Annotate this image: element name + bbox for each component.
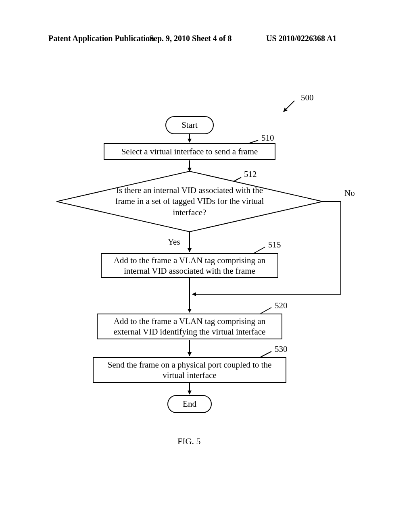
node-520-text: Add to the frame a VLAN tag comprising a… <box>101 316 278 337</box>
svg-line-0 <box>284 101 294 112</box>
figure-label: FIG. 5 <box>177 436 200 447</box>
node-520: Add to the frame a VLAN tag comprising a… <box>97 314 282 339</box>
header-publication: Patent Application Publication <box>48 34 154 43</box>
ref-500: 500 <box>301 93 314 103</box>
ref-520: 520 <box>275 301 288 311</box>
node-start: Start <box>165 116 214 134</box>
ref-510: 510 <box>261 133 274 143</box>
ref-515: 515 <box>268 240 281 250</box>
header-publication-number: US 2010/0226368 A1 <box>266 34 336 43</box>
node-530: Send the frame on a physical port couple… <box>93 357 286 383</box>
node-end: End <box>167 395 212 413</box>
node-510: Select a virtual interface to send a fra… <box>104 143 275 160</box>
svg-line-11 <box>261 308 271 314</box>
label-no: No <box>344 188 355 198</box>
node-end-text: End <box>183 399 196 409</box>
node-515: Add to the frame a VLAN tag comprising a… <box>101 253 278 278</box>
node-515-text: Add to the frame a VLAN tag comprising a… <box>105 255 274 276</box>
node-510-text: Select a virtual interface to send a fra… <box>121 146 258 157</box>
ref-530: 530 <box>275 344 288 354</box>
svg-line-13 <box>261 351 271 357</box>
header-date-sheet: Sep. 9, 2010 Sheet 4 of 8 <box>149 34 232 43</box>
flowchart-canvas: 500 510 512 515 520 530 Yes No Start Sel… <box>40 93 373 447</box>
node-512-text: Is there an internal VID associated with… <box>113 185 266 218</box>
node-530-text: Send the frame on a physical port couple… <box>97 360 282 381</box>
node-512: Is there an internal VID associated with… <box>56 171 323 232</box>
svg-line-6 <box>254 247 265 253</box>
label-yes: Yes <box>168 237 180 247</box>
node-start-text: Start <box>181 120 198 130</box>
